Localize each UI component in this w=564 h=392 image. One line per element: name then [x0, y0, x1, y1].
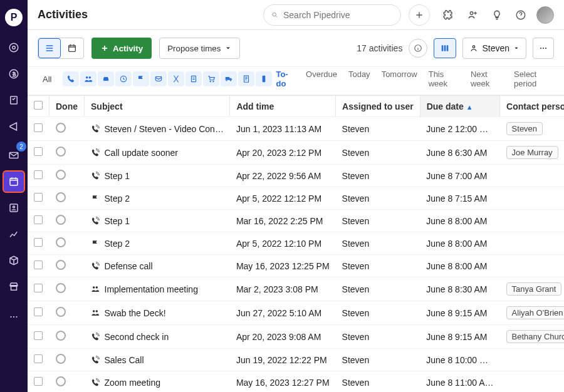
contact-tag[interactable]: Tanya Grant — [506, 282, 562, 296]
tips-icon[interactable] — [489, 7, 505, 23]
sidebar-item-insights[interactable] — [3, 223, 25, 245]
row-checkbox[interactable] — [28, 141, 50, 165]
type-task-icon[interactable] — [185, 71, 202, 86]
time-filter-to-do[interactable]: To-do — [276, 70, 295, 88]
contact-tag[interactable]: Joe Murray — [506, 146, 558, 159]
time-filter-tomorrow[interactable]: Tomorrow — [382, 70, 417, 88]
row-done[interactable] — [50, 187, 85, 210]
sidebar-item-products[interactable] — [3, 249, 25, 272]
sidebar-item-contacts[interactable] — [3, 197, 25, 219]
contact-tag[interactable]: Steven — [506, 122, 543, 135]
svg-point-27 — [211, 81, 211, 82]
column-done[interactable]: Done — [50, 96, 85, 117]
type-email-icon[interactable] — [150, 71, 167, 86]
row-done[interactable] — [50, 141, 85, 165]
sidebar-item-deals[interactable] — [3, 63, 25, 85]
time-filter-overdue[interactable]: Overdue — [306, 70, 337, 88]
more-options-button[interactable] — [533, 38, 554, 59]
row-checkbox[interactable] — [28, 325, 50, 349]
type-note-icon[interactable] — [238, 71, 254, 86]
table-row[interactable]: Steven / Steven - Video Con…Jun 1, 2023 … — [28, 117, 564, 141]
type-deadline-icon[interactable] — [115, 71, 132, 86]
row-done[interactable] — [50, 232, 85, 255]
cell-subject: Implementation meeting — [85, 277, 230, 301]
calendar-view-toggle[interactable] — [61, 38, 83, 58]
row-done[interactable] — [50, 210, 85, 232]
type-lunch-icon[interactable] — [168, 71, 184, 86]
row-checkbox[interactable] — [28, 255, 50, 277]
row-checkbox[interactable] — [28, 165, 50, 187]
propose-times-button[interactable]: Propose times — [159, 38, 240, 59]
user-avatar[interactable] — [536, 6, 554, 24]
extension-icon[interactable] — [440, 7, 456, 23]
row-checkbox[interactable] — [28, 301, 50, 325]
row-checkbox[interactable] — [28, 371, 50, 393]
contact-tag[interactable]: Aliyah O'Brien — [506, 306, 564, 319]
type-cart-icon[interactable] — [203, 71, 219, 86]
quick-add-button[interactable] — [409, 4, 430, 26]
row-checkbox[interactable] — [28, 117, 50, 141]
row-checkbox[interactable] — [28, 232, 50, 255]
time-filter-next-week[interactable]: Next week — [471, 70, 503, 88]
column-assigned-to-user[interactable]: Assigned to user — [336, 96, 420, 117]
row-done[interactable] — [50, 117, 85, 141]
columns-view-button[interactable] — [434, 38, 456, 58]
table-row[interactable]: Swab the Deck!Jun 27, 2022 5:10 AMSteven… — [28, 301, 564, 325]
row-done[interactable] — [50, 277, 85, 301]
column-subject[interactable]: Subject — [85, 96, 230, 117]
type-meeting-icon[interactable] — [80, 71, 97, 86]
table-row[interactable]: Sales CallJun 19, 2022 12:22 PMStevenJun… — [28, 349, 564, 371]
info-icon[interactable] — [409, 39, 427, 58]
column-due-date[interactable]: Due date▲ — [420, 96, 499, 117]
row-done[interactable] — [50, 255, 85, 277]
time-filter-this-week[interactable]: This week — [429, 70, 459, 88]
header-select-all[interactable] — [28, 96, 50, 117]
table-row[interactable]: Step 2Apr 5, 2022 12:12 PMStevenJune 8 7… — [28, 187, 564, 210]
invite-users-icon[interactable] — [464, 7, 481, 23]
sidebar-item-campaigns[interactable] — [3, 115, 25, 138]
row-done[interactable] — [50, 301, 85, 325]
row-checkbox[interactable] — [28, 349, 50, 371]
table-row[interactable]: Step 2Apr 5, 2022 12:10 PMStevenJune 8 8… — [28, 232, 564, 255]
type-call-icon[interactable] — [63, 71, 79, 86]
search-input[interactable] — [283, 10, 393, 20]
search-box[interactable] — [263, 4, 401, 26]
sidebar-item-projects[interactable] — [3, 89, 25, 111]
list-view-toggle[interactable] — [38, 38, 61, 58]
row-checkbox[interactable] — [28, 210, 50, 232]
row-done[interactable] — [50, 349, 85, 371]
type-truck-icon[interactable] — [221, 71, 237, 86]
contact-tag[interactable]: Bethany Church — [506, 330, 564, 343]
sidebar-item-leads[interactable] — [3, 36, 25, 59]
filter-all[interactable]: All — [38, 72, 56, 86]
table-row[interactable]: Zoom meetingMay 16, 2023 12:27 PMStevenJ… — [28, 371, 564, 393]
row-done[interactable] — [50, 325, 85, 349]
sidebar-item-mail[interactable]: 2 — [3, 144, 25, 167]
user-filter[interactable]: Steven — [462, 38, 526, 59]
type-phone-icon[interactable] — [256, 71, 272, 86]
type-car-icon[interactable] — [98, 71, 114, 86]
row-done[interactable] — [50, 165, 85, 187]
row-checkbox[interactable] — [28, 277, 50, 301]
sidebar-item-activities[interactable] — [3, 170, 25, 193]
table-row[interactable]: Second check inApr 20, 2023 9:08 AMSteve… — [28, 325, 564, 349]
help-icon[interactable] — [513, 7, 529, 23]
cell-subject: Call update sooner — [85, 141, 230, 165]
type-flag-icon[interactable] — [133, 71, 149, 86]
row-done[interactable] — [50, 371, 85, 393]
cell-add-time: Apr 20, 2023 9:08 AM — [230, 325, 336, 349]
sidebar-item-more[interactable] — [3, 306, 25, 328]
table-row[interactable]: Implementation meetingMar 2, 2023 3:08 P… — [28, 277, 564, 301]
table-row[interactable]: Step 1Mar 16, 2022 2:25 PMStevenJune 8 8… — [28, 210, 564, 232]
table-row[interactable]: Defense callMay 16, 2023 12:25 PMStevenJ… — [28, 255, 564, 277]
app-logo[interactable]: P — [5, 9, 23, 26]
row-checkbox[interactable] — [28, 187, 50, 210]
add-activity-button[interactable]: Activity — [91, 38, 152, 59]
column-contact-person[interactable]: Contact person — [500, 96, 564, 117]
table-row[interactable]: Call update soonerApr 20, 2023 2:12 PMSt… — [28, 141, 564, 165]
time-filter-today[interactable]: Today — [348, 70, 370, 88]
column-add-time[interactable]: Add time — [230, 96, 336, 117]
sidebar-item-marketplace[interactable] — [3, 276, 25, 298]
table-row[interactable]: Step 1Apr 22, 2022 9:56 AMStevenJune 8 7… — [28, 165, 564, 187]
time-filter-select-period[interactable]: Select period — [514, 70, 554, 88]
